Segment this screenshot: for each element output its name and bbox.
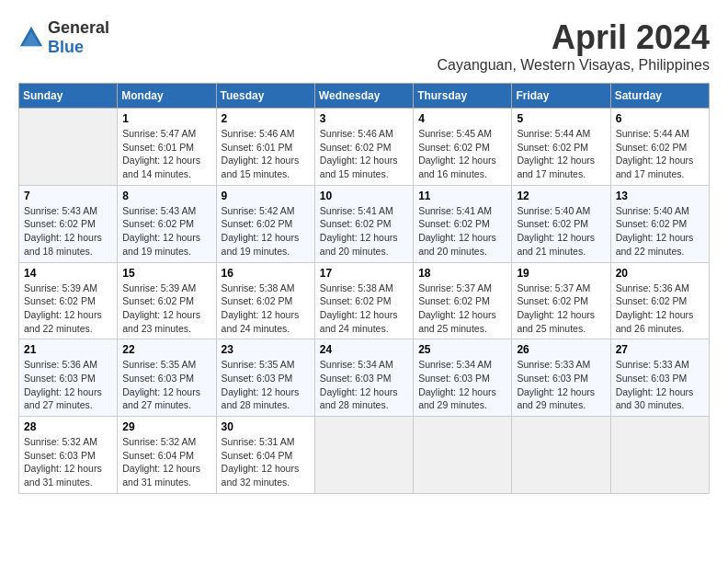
header-tuesday: Tuesday	[216, 84, 314, 109]
day-detail: Sunrise: 5:38 AMSunset: 6:02 PMDaylight:…	[320, 282, 398, 334]
day-detail: Sunrise: 5:41 AMSunset: 6:02 PMDaylight:…	[320, 205, 398, 257]
day-detail: Sunrise: 5:32 AMSunset: 6:03 PMDaylight:…	[24, 436, 102, 488]
day-number: 10	[320, 190, 408, 202]
day-detail: Sunrise: 5:33 AMSunset: 6:03 PMDaylight:…	[517, 359, 595, 410]
day-number: 15	[122, 267, 210, 280]
day-number: 23	[222, 343, 310, 356]
day-number: 26	[517, 343, 605, 356]
calendar-cell: 17 Sunrise: 5:38 AMSunset: 6:02 PMDaylig…	[314, 262, 413, 339]
calendar-cell: 23 Sunrise: 5:35 AMSunset: 6:03 PMDaylig…	[216, 339, 314, 417]
calendar-cell: 5 Sunrise: 5:44 AMSunset: 6:02 PMDayligh…	[512, 109, 610, 186]
logo-text: General Blue	[48, 18, 109, 57]
logo-general: General	[48, 18, 109, 37]
calendar-cell	[414, 417, 512, 494]
day-detail: Sunrise: 5:35 AMSunset: 6:03 PMDaylight:…	[222, 359, 300, 410]
calendar-cell: 13 Sunrise: 5:40 AMSunset: 6:02 PMDaylig…	[610, 185, 709, 262]
day-detail: Sunrise: 5:36 AMSunset: 6:02 PMDaylight:…	[616, 282, 694, 334]
day-detail: Sunrise: 5:42 AMSunset: 6:02 PMDaylight:…	[222, 205, 300, 257]
calendar-cell: 8 Sunrise: 5:43 AMSunset: 6:02 PMDayligh…	[118, 185, 216, 262]
calendar-cell: 6 Sunrise: 5:44 AMSunset: 6:02 PMDayligh…	[610, 109, 709, 186]
day-detail: Sunrise: 5:40 AMSunset: 6:02 PMDaylight:…	[517, 205, 595, 257]
day-detail: Sunrise: 5:47 AMSunset: 6:01 PMDaylight:…	[122, 128, 200, 179]
calendar-cell: 25 Sunrise: 5:34 AMSunset: 6:03 PMDaylig…	[414, 339, 512, 417]
title-area: April 2024 Cayanguan, Western Visayas, P…	[438, 18, 710, 74]
day-number: 8	[122, 190, 210, 202]
calendar-week-2: 7 Sunrise: 5:43 AMSunset: 6:02 PMDayligh…	[19, 185, 710, 262]
day-detail: Sunrise: 5:38 AMSunset: 6:02 PMDaylight:…	[222, 282, 300, 334]
calendar-cell	[610, 417, 709, 494]
day-number: 27	[616, 343, 704, 356]
day-number: 14	[24, 267, 112, 280]
header-thursday: Thursday	[414, 84, 512, 109]
calendar-cell: 21 Sunrise: 5:36 AMSunset: 6:03 PMDaylig…	[19, 339, 118, 417]
logo: General Blue	[18, 18, 109, 57]
calendar-cell: 14 Sunrise: 5:39 AMSunset: 6:02 PMDaylig…	[19, 262, 118, 339]
calendar-cell	[314, 417, 413, 494]
day-number: 9	[222, 190, 310, 202]
day-detail: Sunrise: 5:43 AMSunset: 6:02 PMDaylight:…	[24, 205, 102, 257]
calendar-cell: 4 Sunrise: 5:45 AMSunset: 6:02 PMDayligh…	[414, 109, 512, 186]
day-detail: Sunrise: 5:37 AMSunset: 6:02 PMDaylight:…	[517, 282, 595, 334]
page-title: April 2024	[438, 18, 710, 57]
day-number: 29	[122, 420, 210, 433]
logo-icon	[18, 25, 44, 51]
day-detail: Sunrise: 5:36 AMSunset: 6:03 PMDaylight:…	[24, 359, 102, 410]
day-detail: Sunrise: 5:39 AMSunset: 6:02 PMDaylight:…	[24, 282, 102, 334]
day-number: 1	[122, 112, 210, 125]
day-detail: Sunrise: 5:39 AMSunset: 6:02 PMDaylight:…	[122, 282, 200, 334]
calendar-week-4: 21 Sunrise: 5:36 AMSunset: 6:03 PMDaylig…	[19, 339, 710, 417]
calendar-body: 1 Sunrise: 5:47 AMSunset: 6:01 PMDayligh…	[19, 109, 710, 494]
header-wednesday: Wednesday	[314, 84, 413, 109]
day-number: 13	[616, 190, 704, 202]
calendar-cell: 7 Sunrise: 5:43 AMSunset: 6:02 PMDayligh…	[19, 185, 118, 262]
day-detail: Sunrise: 5:44 AMSunset: 6:02 PMDaylight:…	[616, 128, 694, 179]
day-number: 11	[418, 190, 506, 202]
day-detail: Sunrise: 5:34 AMSunset: 6:03 PMDaylight:…	[418, 359, 496, 410]
day-number: 12	[517, 190, 605, 202]
calendar-header: Sunday Monday Tuesday Wednesday Thursday…	[19, 84, 710, 109]
day-number: 20	[616, 267, 704, 280]
calendar-cell: 28 Sunrise: 5:32 AMSunset: 6:03 PMDaylig…	[19, 417, 118, 494]
calendar-week-1: 1 Sunrise: 5:47 AMSunset: 6:01 PMDayligh…	[19, 109, 710, 186]
day-number: 21	[24, 343, 112, 356]
day-detail: Sunrise: 5:44 AMSunset: 6:02 PMDaylight:…	[517, 128, 595, 179]
day-detail: Sunrise: 5:40 AMSunset: 6:02 PMDaylight:…	[616, 205, 694, 257]
header-monday: Monday	[118, 84, 216, 109]
calendar-cell	[19, 109, 118, 186]
day-detail: Sunrise: 5:43 AMSunset: 6:02 PMDaylight:…	[122, 205, 200, 257]
calendar-cell: 30 Sunrise: 5:31 AMSunset: 6:04 PMDaylig…	[216, 417, 314, 494]
day-number: 6	[616, 112, 704, 125]
header: General Blue April 2024 Cayanguan, Weste…	[18, 18, 710, 74]
calendar-cell: 16 Sunrise: 5:38 AMSunset: 6:02 PMDaylig…	[216, 262, 314, 339]
header-row: Sunday Monday Tuesday Wednesday Thursday…	[19, 84, 710, 109]
day-number: 7	[24, 190, 112, 202]
day-number: 19	[517, 267, 605, 280]
day-number: 24	[320, 343, 408, 356]
day-detail: Sunrise: 5:31 AMSunset: 6:04 PMDaylight:…	[222, 436, 300, 488]
calendar-cell: 26 Sunrise: 5:33 AMSunset: 6:03 PMDaylig…	[512, 339, 610, 417]
calendar-cell: 9 Sunrise: 5:42 AMSunset: 6:02 PMDayligh…	[216, 185, 314, 262]
day-number: 3	[320, 112, 408, 125]
day-number: 22	[122, 343, 210, 356]
calendar-cell: 29 Sunrise: 5:32 AMSunset: 6:04 PMDaylig…	[118, 417, 216, 494]
day-detail: Sunrise: 5:46 AMSunset: 6:01 PMDaylight:…	[222, 128, 300, 179]
day-number: 18	[418, 267, 506, 280]
day-number: 25	[418, 343, 506, 356]
day-detail: Sunrise: 5:46 AMSunset: 6:02 PMDaylight:…	[320, 128, 398, 179]
header-saturday: Saturday	[610, 84, 709, 109]
calendar-table: Sunday Monday Tuesday Wednesday Thursday…	[18, 83, 710, 494]
calendar-cell: 18 Sunrise: 5:37 AMSunset: 6:02 PMDaylig…	[414, 262, 512, 339]
day-number: 28	[24, 420, 112, 433]
day-detail: Sunrise: 5:37 AMSunset: 6:02 PMDaylight:…	[418, 282, 496, 334]
header-friday: Friday	[512, 84, 610, 109]
day-detail: Sunrise: 5:35 AMSunset: 6:03 PMDaylight:…	[122, 359, 200, 410]
day-detail: Sunrise: 5:41 AMSunset: 6:02 PMDaylight:…	[418, 205, 496, 257]
day-number: 4	[418, 112, 506, 125]
calendar-week-3: 14 Sunrise: 5:39 AMSunset: 6:02 PMDaylig…	[19, 262, 710, 339]
calendar-cell	[512, 417, 610, 494]
calendar-cell: 19 Sunrise: 5:37 AMSunset: 6:02 PMDaylig…	[512, 262, 610, 339]
calendar-cell: 2 Sunrise: 5:46 AMSunset: 6:01 PMDayligh…	[216, 109, 314, 186]
calendar-cell: 15 Sunrise: 5:39 AMSunset: 6:02 PMDaylig…	[118, 262, 216, 339]
day-detail: Sunrise: 5:34 AMSunset: 6:03 PMDaylight:…	[320, 359, 398, 410]
page-subtitle: Cayanguan, Western Visayas, Philippines	[438, 57, 710, 74]
